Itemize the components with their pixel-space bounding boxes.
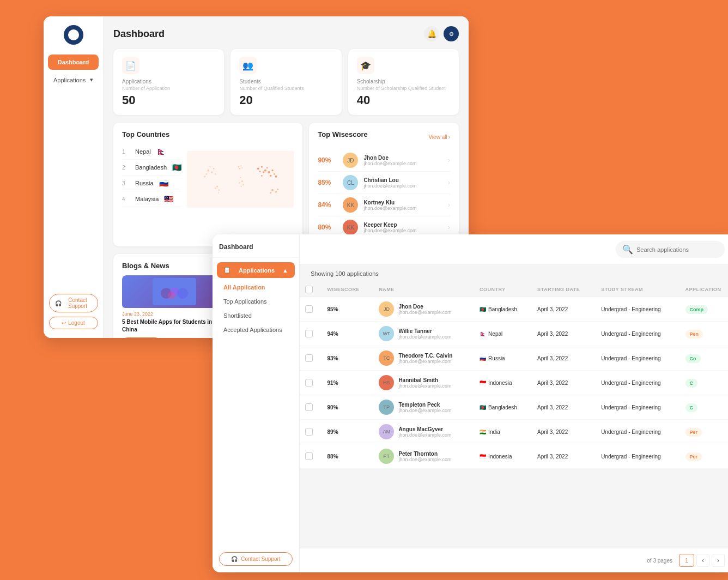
wisescore-title: Top Wisescore	[318, 130, 367, 138]
pagination-next-button[interactable]: ›	[712, 554, 725, 567]
apps-contact-button[interactable]: 🎧 Contact Support	[219, 552, 293, 566]
wisescore-card: Top Wisescore View all › 90% JD Jhon Doe…	[309, 123, 459, 246]
submenu-shortlisted[interactable]: Shortlisted	[213, 309, 299, 323]
table-row: 91% HS Hannibal Smith jhon.doe@example.c…	[300, 371, 728, 395]
countries-list: 1 Nepal 🇳🇵 2 Bangladesh 🇧🇩 3 Russia	[122, 144, 181, 215]
search-icon: 🔍	[622, 244, 633, 255]
svg-point-3	[206, 173, 208, 175]
blog-image-1	[122, 275, 227, 308]
td-score: 89%	[322, 420, 374, 444]
td-name: AM Angus MacGyver jhon.doe@example.com	[373, 420, 474, 444]
headset-icon: 🎧	[55, 300, 62, 306]
sidebar-bottom: 🎧 Contact Support ↩ Logout	[44, 294, 103, 329]
student-info: Jhon Doe jhon.doe@example.com	[398, 304, 451, 315]
logout-label: Logout	[68, 320, 85, 326]
student-avatar: AM	[379, 424, 394, 439]
chevron-icon: ›	[448, 156, 450, 164]
logout-button[interactable]: ↩ Logout	[49, 317, 98, 329]
td-checkbox	[300, 346, 322, 371]
chevron-icon: ›	[448, 179, 450, 186]
sidebar-item-dashboard[interactable]: Dashboard	[48, 55, 99, 70]
svg-point-9	[219, 189, 220, 191]
apps-menu-icon: 📋	[223, 267, 231, 274]
headset-icon: 🎧	[231, 556, 238, 562]
students-sublabel: Number of Qualified Students	[239, 86, 332, 91]
sidebar-item-applications[interactable]: Applications ▾	[48, 72, 99, 88]
td-stream: Undergrad - Engineering	[596, 322, 680, 346]
view-all-link[interactable]: View all ›	[428, 134, 450, 140]
stat-card-applications: 📄 Applications Number of Application 50	[113, 49, 224, 115]
apps-menu-label: Applications	[239, 267, 275, 274]
applications-label: Applications	[122, 78, 215, 84]
submenu-top-applications[interactable]: Top Applications	[213, 294, 299, 309]
blog-read-more-1[interactable]: Read More	[122, 337, 161, 338]
country-item-bangladesh: 2 Bangladesh 🇧🇩	[122, 160, 181, 176]
svg-point-17	[241, 180, 243, 182]
td-name: TC Theodore T.C. Calvin jhon.doe@example…	[373, 346, 474, 371]
table-row: 95% JD Jhon Doe jhon.doe@example.com 🇧🇩 …	[300, 297, 728, 322]
notification-icon[interactable]: 🔔	[424, 26, 439, 41]
student-avatar: HS	[379, 375, 394, 390]
submenu-accepted-applications[interactable]: Accepted Applications	[213, 323, 299, 337]
wisescore-row-2: 85% CL Christian Lou jhon.doe@example.co…	[318, 172, 450, 194]
student-info: Angus MacGyver jhon.doe@example.com	[398, 426, 451, 438]
td-name: PT Peter Thornton jhon.doe@example.com	[373, 444, 474, 469]
svg-point-21	[257, 167, 259, 170]
apps-sidebar-topbar: Dashboard	[213, 243, 299, 258]
wisescore-header: Top Wisescore View all ›	[318, 130, 450, 144]
student-info: Theodore T.C. Calvin jhon.doe@example.co…	[398, 353, 452, 364]
td-status: Per	[680, 420, 728, 444]
bangladesh-name: Bangladesh	[135, 164, 167, 171]
topbar-icons: 🔔 ⚙	[424, 26, 459, 41]
logout-icon: ↩	[62, 320, 66, 326]
avatar[interactable]: ⚙	[444, 26, 459, 41]
student-avatar: TC	[379, 351, 394, 366]
wisescore-row-3: 84% KK Kortney Klu jhon.doe@example.com …	[318, 194, 450, 216]
td-checkbox	[300, 297, 322, 322]
td-country: 🇮🇩 Indonesia	[474, 444, 532, 469]
apps-menu-item-active[interactable]: 📋 Applications ▲	[217, 262, 295, 278]
pagination-prev-button[interactable]: ‹	[696, 554, 709, 567]
td-checkbox	[300, 420, 322, 444]
scholarship-sublabel: Number of Scholarship Qualified Student	[357, 86, 450, 91]
contact-support-button[interactable]: 🎧 Contact Support	[49, 294, 98, 312]
svg-point-1	[207, 170, 209, 172]
showing-text: Showing 100 applications	[300, 265, 728, 282]
ws-avatar-3: KK	[343, 197, 358, 213]
td-stream: Undergrad - Engineering	[596, 297, 680, 322]
table-head: WISESCORE NAME COUNTRY STARTING DATE STU…	[300, 282, 728, 297]
student-avatar: TP	[379, 400, 394, 415]
svg-point-10	[215, 188, 216, 189]
malaysia-name: Malaysia	[135, 196, 159, 202]
td-score: 95%	[322, 297, 374, 322]
td-country: 🇮🇩 Indonesia	[474, 371, 532, 395]
td-country: 🇳🇵 Nepal	[474, 322, 532, 346]
td-date: April 3, 2022	[532, 395, 596, 420]
students-label: Students	[239, 78, 332, 84]
svg-point-31	[275, 176, 277, 178]
chevron-icon: ›	[448, 223, 450, 231]
td-status: Per	[680, 444, 728, 469]
russia-name: Russia	[135, 180, 154, 186]
arrow-right-icon: ›	[448, 134, 450, 140]
svg-point-35	[270, 192, 272, 194]
blog-img-svg-1	[153, 278, 196, 305]
td-checkbox	[300, 371, 322, 395]
td-score: 88%	[322, 444, 374, 469]
country-item-nepal: 1 Nepal 🇳🇵	[122, 144, 181, 160]
td-status: Co	[680, 346, 728, 371]
submenu-all-application[interactable]: All Application	[213, 280, 299, 294]
student-info: Hannibal Smith jhon.doe@example.com	[398, 377, 451, 389]
td-country: 🇧🇩 Bangladesh	[474, 297, 532, 322]
apps-contact-label: Contact Support	[241, 556, 280, 562]
top-countries-card: Top Countries 1 Nepal 🇳🇵 2 Bangladesh 🇧🇩	[113, 123, 302, 246]
table-row: 90% TP Templeton Peck jhon.doe@example.c…	[300, 395, 728, 420]
svg-point-40	[177, 288, 188, 299]
pagination-page-input[interactable]	[679, 554, 694, 567]
th-study-stream: STUDY STREAM	[596, 282, 680, 297]
student-avatar: WT	[379, 326, 394, 341]
td-name: HS Hannibal Smith jhon.doe@example.com	[373, 371, 474, 395]
search-input[interactable]	[636, 246, 718, 253]
td-name: WT Willie Tanner jhon.doe@example.com	[373, 322, 474, 346]
student-avatar: PT	[379, 449, 394, 464]
